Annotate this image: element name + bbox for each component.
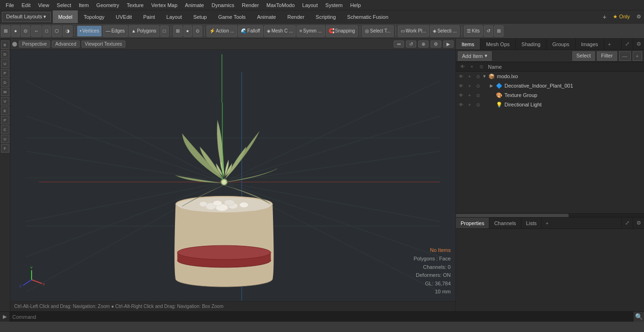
tool-polygons[interactable]: ▲ Polygons — [129, 25, 159, 37]
sidebar-tool-10[interactable]: C — [1, 125, 9, 134]
tool-edges[interactable]: — Edges — [103, 25, 127, 37]
tool-transform[interactable]: ◑ — [63, 25, 73, 37]
viewport-3d[interactable]: No Items Polygons : Face Channels: 0 Def… — [10, 50, 455, 301]
tree-eye3-plant[interactable]: ⊙ — [474, 83, 482, 89]
items-minus-button[interactable]: — — [619, 51, 631, 61]
layout-tab-gametools[interactable]: Game Tools — [213, 10, 252, 23]
tool-kits[interactable]: ☰ Kits — [464, 25, 483, 37]
tool-scale[interactable]: ⬡ — [52, 25, 62, 37]
menu-geometry[interactable]: Geometry — [92, 1, 123, 9]
viewport-control-5[interactable]: ▶ — [443, 40, 454, 48]
sidebar-tool-6[interactable]: M — [1, 88, 9, 96]
sidebar-tool-5[interactable]: D — [1, 78, 9, 87]
viewport-advanced-btn[interactable]: Advanced — [52, 40, 79, 48]
menu-render[interactable]: Render — [238, 1, 263, 9]
tool-grid[interactable]: ⊞ — [173, 25, 182, 37]
sidebar-tool-7[interactable]: V — [1, 97, 9, 105]
menu-animate[interactable]: Animate — [181, 1, 207, 9]
layout-tab-animate[interactable]: Animate — [251, 10, 281, 23]
viewport-textures-btn[interactable]: Viewport Textures — [82, 40, 125, 48]
tree-arrow-modo-lxo[interactable]: ▼ — [482, 74, 488, 79]
layout-settings-button[interactable]: ⚙ — [634, 13, 644, 21]
menu-dynamics[interactable]: Dynamics — [208, 1, 238, 9]
rtab-images[interactable]: Images — [576, 39, 604, 49]
viewport-control-3[interactable]: ⊕ — [418, 40, 429, 48]
layout-tab-uvedit[interactable]: UVEdit — [110, 10, 138, 23]
right-panel-menu[interactable]: ⚙ — [633, 39, 644, 49]
star-only-filter[interactable]: ★ Only — [609, 13, 634, 21]
menu-vertexmap[interactable]: Vertex Map — [148, 1, 182, 9]
tree-eye3-light[interactable]: ⊙ — [474, 102, 482, 107]
tree-eye2-texture[interactable]: + — [465, 93, 474, 98]
tree-eye-plant[interactable]: 👁 — [457, 83, 465, 89]
add-item-button[interactable]: Add Item ▾ — [458, 51, 492, 61]
rtab-shading[interactable]: Shading — [516, 39, 546, 49]
sidebar-tool-11[interactable]: U — [1, 135, 9, 143]
layout-add-button[interactable]: + — [600, 12, 609, 22]
tree-eye2-modo-lxo[interactable]: + — [465, 74, 474, 79]
items-scrollbar[interactable] — [456, 213, 644, 217]
menu-system[interactable]: System — [322, 1, 347, 9]
tool-item-mode[interactable]: ● — [11, 25, 20, 37]
ptab-lists[interactable]: Lists — [521, 218, 542, 228]
tree-eye2-plant[interactable]: + — [465, 83, 474, 89]
menu-edit[interactable]: Edit — [18, 1, 34, 9]
tool-symm[interactable]: ≡ Symm ... — [297, 25, 324, 37]
tool-rotate[interactable]: □ — [42, 25, 51, 37]
command-input[interactable] — [9, 312, 634, 322]
items-filter-button[interactable]: Filter — [597, 51, 617, 61]
sidebar-tool-8[interactable]: E — [1, 106, 9, 115]
layout-dropdown[interactable]: Default Layouts ▾ — [2, 12, 51, 22]
sidebar-tool-3[interactable]: U — [1, 59, 9, 68]
tool-snap[interactable]: ● — [183, 25, 192, 37]
tree-eye3-texture[interactable]: ⊙ — [474, 93, 482, 98]
tool-select-mode[interactable]: ⊞ — [1, 25, 10, 37]
prop-expand-button[interactable]: ⤢ — [621, 218, 633, 228]
tree-eye-modo-lxo[interactable]: 👁 — [457, 74, 465, 79]
right-panel-expand[interactable]: ⤢ — [621, 39, 633, 49]
layout-tab-setup[interactable]: Setup — [188, 10, 213, 23]
viewport-control-1[interactable]: ⇔ — [394, 40, 404, 48]
rtab-meshops[interactable]: Mesh Ops — [480, 39, 516, 49]
ptab-add-button[interactable]: + — [542, 218, 552, 228]
tool-move[interactable]: ↔ — [31, 25, 41, 37]
ptab-properties[interactable]: Properties — [456, 218, 489, 228]
tree-item-texture[interactable]: 👁 + ⊙ 🎨 Texture Group — [456, 90, 644, 100]
layout-tab-layout[interactable]: Layout — [161, 10, 188, 23]
tool-undo[interactable]: ↺ — [484, 25, 493, 37]
tool-selection[interactable]: ◈ Selecti ... — [430, 25, 460, 37]
tool-falloff[interactable]: 🌊 Falloff — [238, 25, 263, 37]
tool-workplane[interactable]: ▭ Work Pl... — [398, 25, 429, 37]
tool-sym[interactable]: ⊙ — [193, 25, 202, 37]
tree-eye3-modo-lxo[interactable]: ⊙ — [474, 74, 482, 79]
sidebar-tool-4[interactable]: P — [1, 69, 9, 77]
menu-help[interactable]: Help — [347, 1, 365, 9]
tool-view[interactable]: ⊞ — [494, 25, 504, 37]
sidebar-tool-1[interactable]: B — [1, 40, 9, 49]
tool-mesh[interactable]: ◈ Mesh C ... — [264, 25, 296, 37]
layout-tab-topology[interactable]: Topology — [78, 10, 110, 23]
tool-snapping[interactable]: 🧲 Snapping — [326, 25, 358, 37]
layout-tab-schematic[interactable]: Schematic Fusion — [341, 10, 394, 23]
rtab-add-button[interactable]: + — [604, 39, 615, 49]
tool-component-mode[interactable]: ⊙ — [21, 25, 30, 37]
sidebar-tool-12[interactable]: F — [1, 144, 9, 153]
layout-tab-paint[interactable]: Paint — [138, 10, 161, 23]
tree-arrow-plant[interactable]: ▶ — [490, 83, 495, 88]
menu-view[interactable]: View — [34, 1, 53, 9]
scene-tree[interactable]: 👁 + ⊙ ▼ 📦 modo.lxo 👁 + ⊙ ▶ 🔷 Decorative_… — [456, 72, 644, 213]
menu-file[interactable]: File — [2, 1, 18, 9]
tree-eye-light[interactable]: 👁 — [457, 102, 465, 107]
tool-select-tool[interactable]: ◎ Select T... — [362, 25, 394, 37]
command-search-button[interactable]: 🔍 — [634, 312, 644, 322]
layout-tab-render[interactable]: Render — [281, 10, 310, 23]
viewport-control-4[interactable]: ⚙ — [430, 40, 441, 48]
tool-vertices[interactable]: • Vertices — [77, 25, 102, 37]
layout-tab-scripting[interactable]: Scripting — [310, 10, 342, 23]
tree-item-plant[interactable]: 👁 + ⊙ ▶ 🔷 Decorative_Indoor_Plant_001 — [456, 81, 644, 90]
viewport-control-2[interactable]: ↺ — [406, 40, 416, 48]
tool-material[interactable]: □ — [160, 25, 169, 37]
menu-select[interactable]: Select — [53, 1, 75, 9]
ptab-channels[interactable]: Channels — [489, 218, 521, 228]
sidebar-tool-2[interactable]: D — [1, 50, 9, 58]
